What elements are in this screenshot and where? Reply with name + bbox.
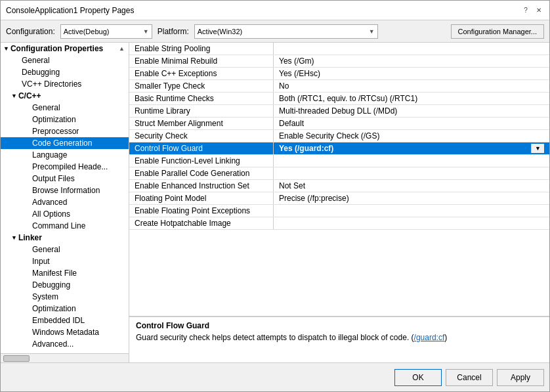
- description-panel: Control Flow Guard Guard security check …: [129, 316, 549, 362]
- prop-value: No: [274, 80, 549, 92]
- sidebar-item-cpp[interactable]: ▼ C/C++: [1, 90, 129, 102]
- cpp-expand-icon: ▼: [11, 93, 17, 99]
- close-button[interactable]: ✕: [534, 5, 544, 16]
- table-row[interactable]: Enable Function-Level Linking: [129, 155, 549, 167]
- prop-value: Not Set: [274, 180, 549, 192]
- platform-dropdown-arrow: ▼: [369, 28, 375, 35]
- prop-name: Struct Member Alignment: [129, 118, 274, 129]
- sidebar-item-cpp-precompiled[interactable]: Precompiled Heade...: [1, 161, 129, 173]
- prop-value: [274, 205, 549, 217]
- sidebar-item-cpp-advanced[interactable]: Advanced: [1, 196, 129, 208]
- sidebar-item-cpp-cmdline[interactable]: Command Line: [1, 220, 129, 232]
- props-table: Enable String PoolingEnable Minimal Rebu…: [129, 43, 549, 316]
- prop-name: Smaller Type Check: [129, 80, 274, 92]
- props-table-wrap: Enable String PoolingEnable Minimal Rebu…: [129, 43, 549, 316]
- prop-name: Enable Floating Point Exceptions: [129, 205, 274, 217]
- main-window: ConsoleApplication1 Property Pages ? ✕ C…: [0, 0, 550, 392]
- prop-name: Control Flow Guard: [129, 142, 274, 154]
- table-row[interactable]: Enable String Pooling: [129, 43, 549, 55]
- prop-value: Precise (/fp:precise): [274, 192, 549, 204]
- cancel-button[interactable]: Cancel: [446, 369, 493, 386]
- prop-value: Default: [274, 118, 549, 129]
- platform-label: Platform:: [158, 27, 189, 36]
- prop-value: [274, 43, 549, 54]
- title-bar: ConsoleApplication1 Property Pages ? ✕: [1, 1, 549, 20]
- sidebar-item-cpp-preprocessor[interactable]: Preprocessor: [1, 125, 129, 137]
- sidebar-linker-label: Linker: [18, 233, 42, 242]
- table-row[interactable]: Control Flow GuardYes (/guard:cf)▼: [129, 142, 549, 155]
- description-text-after: ): [444, 333, 447, 342]
- table-row[interactable]: Enable C++ ExceptionsYes (/EHsc): [129, 68, 549, 80]
- prop-value: Yes (/EHsc): [274, 68, 549, 79]
- sidebar-item-cpp-allopts[interactable]: All Options: [1, 208, 129, 220]
- sidebar-item-lnk-advanced[interactable]: Advanced...: [1, 338, 129, 350]
- table-row[interactable]: Security CheckEnable Security Check (/GS…: [129, 130, 549, 142]
- sidebar-item-debugging[interactable]: Debugging: [1, 66, 129, 78]
- sidebar-item-lnk-optimization[interactable]: Optimization: [1, 303, 129, 315]
- configuration-manager-button[interactable]: Configuration Manager...: [451, 24, 544, 39]
- sidebar-item-lnk-general[interactable]: General: [1, 244, 129, 255]
- platform-value: Active(Win32): [198, 28, 242, 35]
- prop-name: Floating Point Model: [129, 192, 274, 204]
- sidebar-root-label: Configuration Properties: [11, 44, 103, 53]
- table-row[interactable]: Enable Parallel Code Generation: [129, 167, 549, 180]
- apply-button[interactable]: Apply: [497, 369, 544, 386]
- prop-dropdown-arrow[interactable]: ▼: [531, 144, 544, 153]
- sidebar-horizontal-scrollbar[interactable]: [1, 353, 129, 362]
- hscroll-thumb[interactable]: [3, 355, 30, 362]
- sidebar-item-general[interactable]: General: [1, 54, 129, 66]
- expand-icon: ▼: [3, 45, 9, 52]
- prop-value: Both (/RTC1, equiv. to /RTCsu) (/RTC1): [274, 93, 549, 104]
- footer: OK Cancel Apply: [1, 362, 549, 391]
- sidebar-item-cpp-language[interactable]: Language: [1, 149, 129, 161]
- table-row[interactable]: Floating Point ModelPrecise (/fp:precise…: [129, 192, 549, 205]
- description-text: Guard security check helps detect attemp…: [136, 333, 543, 342]
- sidebar-item-cpp-optimization[interactable]: Optimization: [1, 114, 129, 125]
- help-button[interactable]: ?: [520, 5, 531, 16]
- prop-value: Yes (/guard:cf)▼: [274, 142, 549, 154]
- sidebar-item-lnk-manifest[interactable]: Manifest File: [1, 267, 129, 279]
- sidebar-item-lnk-system[interactable]: System: [1, 291, 129, 303]
- sidebar-item-linker[interactable]: ▼ Linker: [1, 232, 129, 244]
- properties-panel: Enable String PoolingEnable Minimal Rebu…: [129, 43, 549, 362]
- configuration-value: Active(Debug): [64, 28, 110, 35]
- sidebar: ▼ Configuration Properties ▲ General Deb…: [1, 43, 129, 362]
- configuration-label: Configuration:: [6, 27, 55, 36]
- prop-value: Enable Security Check (/GS): [274, 130, 549, 142]
- sidebar-item-lnk-input[interactable]: Input: [1, 255, 129, 267]
- sidebar-item-lnk-winmeta[interactable]: Windows Metadata: [1, 326, 129, 338]
- sidebar-item-config-props[interactable]: ▼ Configuration Properties ▲: [1, 43, 129, 54]
- prop-name: Enable String Pooling: [129, 43, 274, 54]
- sidebar-tree: ▼ Configuration Properties ▲ General Deb…: [1, 43, 129, 353]
- prop-name: Runtime Library: [129, 105, 274, 117]
- prop-name: Enable Function-Level Linking: [129, 155, 274, 167]
- sidebar-item-cpp-output[interactable]: Output Files: [1, 173, 129, 185]
- prop-value: Yes (/Gm): [274, 55, 549, 67]
- sidebar-item-vc-dirs[interactable]: VC++ Directories: [1, 78, 129, 90]
- config-bar: Configuration: Active(Debug) ▼ Platform:…: [1, 20, 549, 43]
- sidebar-item-lnk-debugging[interactable]: Debugging: [1, 279, 129, 291]
- configuration-select[interactable]: Active(Debug) ▼: [60, 24, 152, 39]
- sidebar-item-cpp-codegen[interactable]: Code Generation: [1, 137, 129, 149]
- sidebar-item-cpp-browse[interactable]: Browse Information: [1, 185, 129, 196]
- ok-button[interactable]: OK: [394, 369, 442, 386]
- table-row[interactable]: Runtime LibraryMulti-threaded Debug DLL …: [129, 105, 549, 118]
- table-row[interactable]: Enable Floating Point Exceptions: [129, 205, 549, 217]
- description-link[interactable]: /guard:cf: [414, 333, 445, 342]
- table-row[interactable]: Create Hotpatchable Image: [129, 217, 549, 230]
- title-bar-controls: ? ✕: [520, 5, 544, 16]
- description-text-before: Guard security check helps detect attemp…: [136, 333, 414, 342]
- sidebar-item-lnk-embedded[interactable]: Embedded IDL: [1, 315, 129, 326]
- sidebar-item-cpp-general[interactable]: General: [1, 102, 129, 114]
- platform-select[interactable]: Active(Win32) ▼: [194, 24, 378, 39]
- prop-value: Multi-threaded Debug DLL (/MDd): [274, 105, 549, 117]
- prop-name: Enable C++ Exceptions: [129, 68, 274, 79]
- prop-value: [274, 155, 549, 167]
- table-row[interactable]: Struct Member AlignmentDefault: [129, 118, 549, 130]
- table-row[interactable]: Enable Minimal RebuildYes (/Gm): [129, 55, 549, 68]
- table-row[interactable]: Enable Enhanced Instruction SetNot Set: [129, 180, 549, 192]
- table-row[interactable]: Smaller Type CheckNo: [129, 80, 549, 93]
- linker-expand-icon: ▼: [11, 234, 17, 241]
- sidebar-cpp-label: C/C++: [18, 91, 41, 100]
- table-row[interactable]: Basic Runtime ChecksBoth (/RTC1, equiv. …: [129, 93, 549, 105]
